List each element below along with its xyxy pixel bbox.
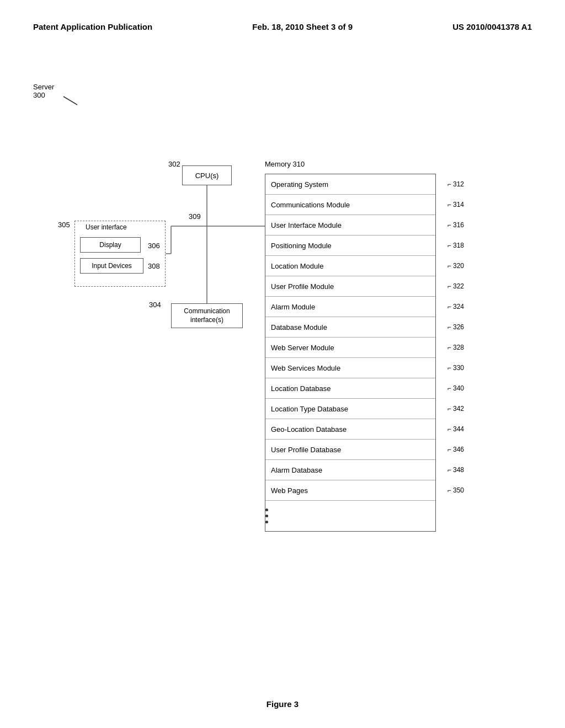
display-box: Display: [80, 237, 141, 253]
header: Patent Application Publication Feb. 18, …: [0, 0, 565, 31]
label-302: 302: [168, 160, 180, 168]
page: Patent Application Publication Feb. 18, …: [0, 0, 565, 728]
figure-label: Figure 3: [266, 699, 299, 709]
memory-row: Communications Module⌐ 314: [265, 195, 435, 215]
diagram-area: Server 300 302 CPU(s) Memory 310 309 305…: [0, 66, 565, 673]
memory-row: User Interface Module⌐ 316: [265, 215, 435, 235]
memory-row-text: Location Type Database: [265, 405, 435, 413]
memory-row: Alarm Database⌐ 348: [265, 460, 435, 480]
memory-row: Geo-Location Database⌐ 344: [265, 419, 435, 440]
memory-ref-label: ⌐ 322: [447, 282, 464, 290]
memory-row: Web Pages⌐ 350: [265, 480, 435, 501]
memory-row-text: Geo-Location Database: [265, 425, 435, 433]
memory-row: Alarm Module⌐ 324: [265, 297, 435, 317]
memory-ref-label: ⌐ 324: [447, 303, 464, 311]
memory-ref-label: ⌐ 320: [447, 262, 464, 270]
memory-row-text: Web Services Module: [265, 364, 435, 372]
memory-ref-label: ⌐ 342: [447, 405, 464, 413]
memory-ref-label: ⌐ 328: [447, 344, 464, 351]
memory-row-text: User Profile Database: [265, 446, 435, 454]
comm-box: Communication interface(s): [171, 303, 243, 328]
memory-row: Web Server Module⌐ 328: [265, 338, 435, 358]
header-left: Patent Application Publication: [33, 22, 152, 31]
memory-ref-label: ⌐ 326: [447, 323, 464, 331]
memory-ref-label: ⌐ 348: [447, 466, 464, 474]
memory-ref-label: ⌐ 346: [447, 446, 464, 453]
memory-row-text: Web Server Module: [265, 344, 435, 352]
server-label: Server 300: [33, 83, 54, 99]
memory-row: User Profile Module⌐ 322: [265, 276, 435, 297]
memory-ref-label: ⌐ 344: [447, 425, 464, 433]
memory-ref-label: ⌐ 350: [447, 486, 464, 494]
memory-row: [265, 501, 435, 531]
memory-ref-label: ⌐ 312: [447, 180, 464, 188]
header-center: Feb. 18, 2010 Sheet 3 of 9: [252, 22, 353, 31]
memory-row: Operating System⌐ 312: [265, 174, 435, 195]
memory-row-text: Database Module: [265, 323, 435, 331]
memory-ref-label: ⌐ 314: [447, 201, 464, 208]
memory-table: Operating System⌐ 312Communications Modu…: [265, 174, 436, 532]
memory-row-text: Alarm Database: [265, 466, 435, 474]
memory-row-text: Positioning Module: [265, 242, 435, 250]
memory-row: Positioning Module⌐ 318: [265, 235, 435, 256]
label-306: 306: [148, 242, 160, 250]
memory-row-text: Communications Module: [265, 201, 435, 209]
memory-ref-label: ⌐ 316: [447, 221, 464, 229]
memory-row-text: User Interface Module: [265, 221, 435, 229]
memory-ref-label: ⌐ 330: [447, 364, 464, 372]
input-devices-box: Input Devices: [80, 258, 143, 274]
memory-row-text: User Profile Module: [265, 282, 435, 291]
memory-row: Web Services Module⌐ 330: [265, 358, 435, 378]
memory-row-text: Location Database: [265, 384, 435, 393]
label-309: 309: [189, 212, 201, 221]
memory-row-text: Location Module: [265, 262, 435, 270]
svg-line-7: [63, 97, 77, 105]
memory-row-text: Web Pages: [265, 486, 435, 495]
memory-ref-label: ⌐ 318: [447, 242, 464, 249]
label-304: 304: [149, 301, 161, 309]
memory-row: Location Database⌐ 340: [265, 378, 435, 399]
comm-label: Communication interface(s): [172, 307, 242, 324]
memory-ref-label: ⌐ 340: [447, 384, 464, 392]
memory-row: User Profile Database⌐ 346: [265, 440, 435, 460]
memory-dots: [265, 501, 268, 531]
memory-row: Location Type Database⌐ 342: [265, 399, 435, 419]
cpu-box: CPU(s): [182, 165, 232, 185]
memory-row-text: Operating System: [265, 180, 435, 189]
ui-label: User interface: [86, 223, 127, 231]
header-right: US 2010/0041378 A1: [452, 22, 532, 31]
memory-row-text: Alarm Module: [265, 303, 435, 311]
memory-row: Database Module⌐ 326: [265, 317, 435, 338]
label-308: 308: [148, 262, 160, 270]
label-305: 305: [58, 221, 70, 229]
memory-row: Location Module⌐ 320: [265, 256, 435, 276]
memory-label: Memory 310: [265, 160, 305, 168]
